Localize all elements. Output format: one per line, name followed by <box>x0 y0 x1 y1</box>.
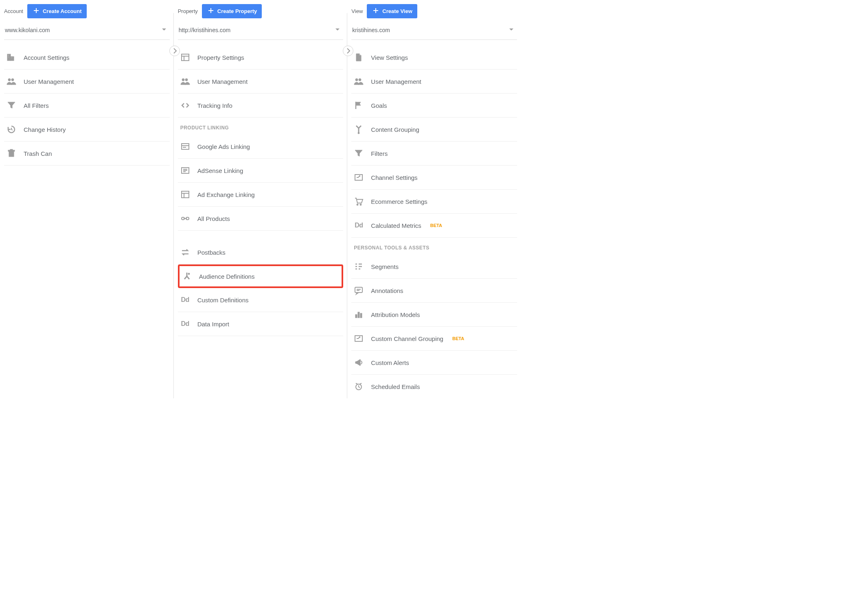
product-linking-menu: Google Ads LinkingAdSense LinkingAd Exch… <box>178 135 344 231</box>
menu-item-label: Property Settings <box>197 54 244 61</box>
account-column: Account Create Account www.kikolani.com … <box>0 0 174 398</box>
menu-item-label: Google Ads Linking <box>197 143 250 150</box>
menu-item-label: Ad Exchange Linking <box>197 191 255 198</box>
trash-icon <box>7 149 16 158</box>
menu-item-adsense-linking[interactable]: AdSense Linking <box>178 159 344 183</box>
menu-item-label: Filters <box>371 150 388 157</box>
menu-item-ad-exchange-linking[interactable]: Ad Exchange Linking <box>178 183 344 207</box>
menu-item-data-import[interactable]: DdData Import <box>178 312 344 336</box>
channel-icon <box>354 173 364 182</box>
building-icon <box>7 53 16 62</box>
menu-item-custom-channel-grouping[interactable]: Custom Channel GroupingBETA <box>351 327 517 351</box>
menu-item-property-settings[interactable]: Property Settings <box>178 46 344 70</box>
people-icon <box>354 77 364 86</box>
menu-item-label: Audience Definitions <box>199 273 255 280</box>
plus-icon <box>372 7 380 16</box>
menu-item-label: All Products <box>197 215 230 222</box>
menu-item-channel-settings[interactable]: Channel Settings <box>351 166 517 190</box>
menu-item-label: View Settings <box>371 54 408 61</box>
menu-item-all-filters[interactable]: All Filters <box>4 94 170 118</box>
menu-item-trash-can[interactable]: Trash Can <box>4 142 170 166</box>
caret-down-icon <box>333 25 342 35</box>
todo-icon <box>180 166 190 175</box>
menu-item-label: Content Grouping <box>371 126 419 133</box>
code-icon <box>180 101 190 110</box>
menu-item-label: AdSense Linking <box>197 167 243 174</box>
product-linking-header: PRODUCT LINKING <box>178 118 344 135</box>
menu-item-segments[interactable]: Segments <box>351 255 517 279</box>
menu-item-custom-definitions[interactable]: DdCustom Definitions <box>178 288 344 312</box>
plus-icon <box>207 7 215 16</box>
account-menu: Account SettingsUser ManagementAll Filte… <box>4 40 170 166</box>
account-selector[interactable]: www.kikolani.com <box>4 21 170 40</box>
menu-item-content-grouping[interactable]: Content Grouping <box>351 118 517 142</box>
menu-item-custom-alerts[interactable]: Custom Alerts <box>351 351 517 375</box>
people-icon <box>7 77 16 86</box>
plus-icon <box>32 7 40 16</box>
menu-item-label: Custom Channel Grouping <box>371 335 443 342</box>
doc-icon <box>354 53 364 62</box>
menu-item-account-user-management[interactable]: User Management <box>4 70 170 94</box>
create-property-button[interactable]: Create Property <box>202 4 262 18</box>
property-selector[interactable]: http://kristihines.com <box>178 21 344 40</box>
property-column: Property Create Property http://kristihi… <box>174 0 348 398</box>
create-property-label: Create Property <box>217 8 257 14</box>
menu-item-account-settings[interactable]: Account Settings <box>4 46 170 70</box>
people-icon <box>180 77 190 86</box>
property-title: Property <box>178 8 198 14</box>
create-account-label: Create Account <box>43 8 82 14</box>
menu-item-label: Annotations <box>371 287 403 294</box>
dd-icon: Dd <box>180 319 190 328</box>
menu-item-google-ads-linking[interactable]: Google Ads Linking <box>178 135 344 159</box>
menu-item-postbacks[interactable]: Postbacks <box>178 240 344 264</box>
history-icon <box>7 125 16 134</box>
menu-item-all-products[interactable]: All Products <box>178 207 344 231</box>
menu-item-label: Segments <box>371 263 399 270</box>
dd-icon: Dd <box>354 221 364 230</box>
segments-icon <box>354 262 364 271</box>
column-arrow-icon <box>343 46 353 56</box>
create-account-button[interactable]: Create Account <box>27 4 87 18</box>
menu-item-ecommerce-settings[interactable]: Ecommerce Settings <box>351 190 517 214</box>
property-menu: Property SettingsUser ManagementTracking… <box>178 40 344 118</box>
layout-icon <box>180 190 190 199</box>
menu-item-scheduled-emails[interactable]: Scheduled Emails <box>351 375 517 398</box>
menu-item-label: Ecommerce Settings <box>371 198 427 205</box>
beta-badge: BETA <box>452 336 464 341</box>
view-selector[interactable]: kristihines.com <box>351 21 517 40</box>
menu-item-label: Change History <box>24 126 66 133</box>
menu-item-goals[interactable]: Goals <box>351 94 517 118</box>
view-menu: View SettingsUser ManagementGoalsContent… <box>351 40 517 238</box>
menu-item-filters[interactable]: Filters <box>351 142 517 166</box>
menu-item-label: User Management <box>24 78 74 85</box>
layout-icon <box>180 53 190 62</box>
view-column: View Create View kristihines.com View Se… <box>347 0 521 398</box>
menu-item-label: Postbacks <box>197 249 226 256</box>
cart-icon <box>354 197 364 206</box>
swap-icon <box>180 248 190 257</box>
create-view-button[interactable]: Create View <box>367 4 417 18</box>
menu-item-view-user-management[interactable]: User Management <box>351 70 517 94</box>
column-arrow-icon <box>169 46 180 56</box>
menu-item-annotations[interactable]: Annotations <box>351 279 517 303</box>
property-selected: http://kristihines.com <box>179 27 231 33</box>
clock-icon <box>354 382 364 391</box>
menu-item-tracking-info[interactable]: Tracking Info <box>178 94 344 118</box>
menu-item-property-user-management[interactable]: User Management <box>178 70 344 94</box>
menu-item-label: Trash Can <box>24 150 52 157</box>
menu-item-audience-definitions[interactable]: Audience Definitions <box>178 264 344 288</box>
menu-item-attribution-models[interactable]: Attribution Models <box>351 303 517 327</box>
menu-item-change-history[interactable]: Change History <box>4 118 170 142</box>
link-icon <box>180 214 190 223</box>
menu-item-view-settings[interactable]: View Settings <box>351 46 517 70</box>
personal-tools-header: PERSONAL TOOLS & ASSETS <box>351 238 517 255</box>
property-extra-menu: PostbacksAudience DefinitionsDdCustom De… <box>178 240 344 336</box>
bars-icon <box>354 310 364 319</box>
menu-item-calculated-metrics[interactable]: DdCalculated MetricsBETA <box>351 214 517 238</box>
megaphone-icon <box>354 358 364 367</box>
menu-item-label: Custom Alerts <box>371 359 409 366</box>
menu-item-label: Goals <box>371 102 387 109</box>
menu-item-label: Scheduled Emails <box>371 383 420 390</box>
view-title: View <box>351 8 363 14</box>
menu-item-label: Calculated Metrics <box>371 222 421 229</box>
